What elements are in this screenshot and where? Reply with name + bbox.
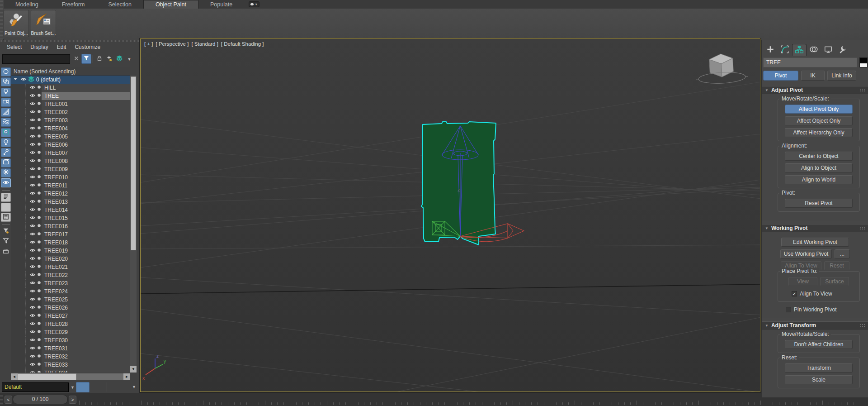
search-input[interactable] bbox=[2, 54, 70, 64]
display-geometry-toggle[interactable] bbox=[1, 67, 11, 76]
visibility-eye-icon[interactable] bbox=[29, 231, 36, 239]
visibility-eye-icon[interactable] bbox=[29, 337, 36, 344]
rollout-header[interactable]: ▼Adjust Pivot bbox=[762, 86, 868, 94]
reset-button[interactable]: Reset bbox=[824, 261, 849, 270]
show-hierarchy-button[interactable] bbox=[91, 382, 103, 392]
filter-toggle[interactable] bbox=[1, 237, 11, 246]
track-bar-ticks[interactable] bbox=[79, 398, 866, 405]
vertical-scrollbar-thumb[interactable] bbox=[131, 76, 136, 250]
panel-tab-display[interactable] bbox=[821, 44, 835, 56]
use-working-pivot-button[interactable]: Use Working Pivot bbox=[780, 249, 832, 258]
explorer-drag-grip[interactable] bbox=[0, 40, 139, 42]
object-row-tree004[interactable]: TREE004 bbox=[11, 124, 130, 133]
visibility-eye-icon[interactable] bbox=[29, 353, 36, 361]
panel-tab-create[interactable] bbox=[763, 44, 778, 56]
visibility-eye-icon[interactable] bbox=[29, 345, 36, 353]
visibility-eye-icon[interactable] bbox=[29, 304, 36, 312]
object-color-swatch[interactable] bbox=[859, 57, 868, 67]
don-t-affect-children-button[interactable]: Don't Affect Children bbox=[785, 340, 853, 349]
object-row-tree023[interactable]: TREE023 bbox=[11, 279, 130, 287]
display-lights-toggle[interactable] bbox=[1, 88, 11, 97]
scroll-down-button[interactable]: ▼ bbox=[130, 366, 137, 373]
visibility-eye-icon[interactable] bbox=[29, 198, 36, 206]
visibility-eye-icon[interactable] bbox=[29, 361, 36, 369]
visibility-eye-icon[interactable] bbox=[29, 247, 36, 255]
object-row-tree010[interactable]: TREE010 bbox=[11, 173, 130, 182]
object-row-tree031[interactable]: TREE031 bbox=[11, 344, 130, 353]
--button[interactable]: ... bbox=[835, 249, 850, 258]
object-row-tree021[interactable]: TREE021 bbox=[11, 263, 130, 271]
filter-config-toggle[interactable] bbox=[1, 227, 11, 236]
horizontal-scrollbar[interactable]: ◄ ► bbox=[11, 373, 130, 380]
visibility-eye-icon[interactable] bbox=[29, 329, 36, 336]
object-row-tree[interactable]: TREE bbox=[11, 92, 130, 100]
ribbon-tab-populate[interactable]: Populate bbox=[198, 0, 244, 9]
visibility-eye-icon[interactable] bbox=[29, 149, 36, 157]
align-to-view-checkbox[interactable]: ✓Align To View bbox=[792, 291, 857, 297]
object-row-tree007[interactable]: TREE007 bbox=[11, 149, 130, 157]
scroll-left-button[interactable]: ◄ bbox=[11, 373, 18, 380]
basket-toggle[interactable] bbox=[1, 247, 11, 256]
brush-set-button[interactable]: Brush Set... bbox=[31, 10, 56, 37]
ribbon-tab-freeform[interactable]: Freeform bbox=[50, 0, 97, 9]
layer-stack-button[interactable] bbox=[114, 54, 124, 64]
object-row-tree026[interactable]: TREE026 bbox=[11, 304, 130, 312]
mode-tab-ik[interactable]: IK bbox=[801, 71, 825, 81]
rollout-header[interactable]: ▼Adjust Transform bbox=[762, 321, 868, 330]
horizontal-scrollbar-thumb[interactable] bbox=[18, 373, 76, 380]
checkbox-box[interactable]: ✓ bbox=[792, 291, 797, 296]
align-to-object-button[interactable]: Align to Object bbox=[785, 163, 853, 172]
object-row-tree028[interactable]: TREE028 bbox=[11, 320, 130, 328]
display-shapes-toggle[interactable] bbox=[1, 77, 11, 86]
visibility-eye-icon[interactable] bbox=[29, 312, 36, 320]
object-row-tree018[interactable]: TREE018 bbox=[11, 239, 130, 247]
lock-button[interactable] bbox=[94, 54, 104, 64]
sort-detail-toggle[interactable] bbox=[1, 213, 11, 222]
object-row-tree019[interactable]: TREE019 bbox=[11, 247, 130, 255]
reset-pivot-button[interactable]: Reset Pivot bbox=[785, 199, 853, 208]
visibility-eye-icon[interactable] bbox=[29, 158, 36, 165]
visibility-eye-icon[interactable] bbox=[29, 239, 36, 247]
display-groups-toggle[interactable] bbox=[1, 128, 11, 137]
sort-blank-toggle[interactable] bbox=[1, 203, 11, 212]
visibility-eye-icon[interactable] bbox=[29, 288, 36, 296]
menu-display[interactable]: Display bbox=[30, 44, 48, 50]
visibility-eye-icon[interactable] bbox=[29, 206, 36, 214]
edit-working-pivot-button[interactable]: Edit Working Pivot bbox=[781, 238, 849, 247]
object-row-tree032[interactable]: TREE032 bbox=[11, 353, 130, 361]
object-row-tree033[interactable]: TREE033 bbox=[11, 361, 130, 369]
viewport-menu-pov[interactable]: [ Perspective ] bbox=[156, 41, 189, 47]
object-row-tree017[interactable]: TREE017 bbox=[11, 230, 130, 239]
visibility-eye-icon[interactable] bbox=[29, 296, 36, 304]
display-spacewarps-toggle[interactable] bbox=[1, 118, 11, 127]
view-cube[interactable] bbox=[694, 53, 748, 85]
ribbon-config-button[interactable]: ▼ bbox=[249, 1, 259, 7]
next-frame-button[interactable]: > bbox=[69, 396, 76, 404]
object-row-tree027[interactable]: TREE027 bbox=[11, 312, 130, 320]
display-helpers-toggle[interactable] bbox=[1, 108, 11, 117]
align-to-world-button[interactable]: Align to World bbox=[785, 175, 853, 184]
object-row-tree003[interactable]: TREE003 bbox=[11, 116, 130, 124]
expand-arrow-icon[interactable] bbox=[13, 77, 18, 83]
bottombar-drag-grip[interactable] bbox=[0, 394, 3, 405]
object-row-tree002[interactable]: TREE002 bbox=[11, 108, 130, 116]
menu-select[interactable]: Select bbox=[7, 44, 22, 50]
object-row-tree008[interactable]: TREE008 bbox=[11, 157, 130, 165]
mode-tab-link-info[interactable]: Link Info bbox=[827, 71, 856, 81]
view-button[interactable]: View bbox=[788, 277, 817, 286]
mode-tab-pivot[interactable]: Pivot bbox=[763, 71, 798, 81]
display-bones-toggle[interactable] bbox=[1, 148, 11, 157]
visibility-eye-icon[interactable] bbox=[29, 182, 36, 190]
object-row-tree015[interactable]: TREE015 bbox=[11, 214, 130, 222]
show-layers-button[interactable] bbox=[76, 382, 90, 392]
panel-tab-utilities[interactable] bbox=[835, 44, 850, 56]
object-row-tree025[interactable]: TREE025 bbox=[11, 296, 130, 304]
display-hidden-eye-toggle[interactable] bbox=[1, 178, 11, 187]
layer-combo-arrow-icon[interactable]: ▼ bbox=[71, 385, 75, 390]
object-row-tree024[interactable]: TREE024 bbox=[11, 287, 130, 296]
panel-tab-motion[interactable] bbox=[807, 44, 821, 56]
visibility-eye-icon[interactable] bbox=[29, 125, 36, 133]
sort-list-toggle[interactable] bbox=[1, 193, 11, 202]
clear-button[interactable] bbox=[71, 54, 81, 64]
visibility-eye-icon[interactable] bbox=[29, 369, 36, 373]
